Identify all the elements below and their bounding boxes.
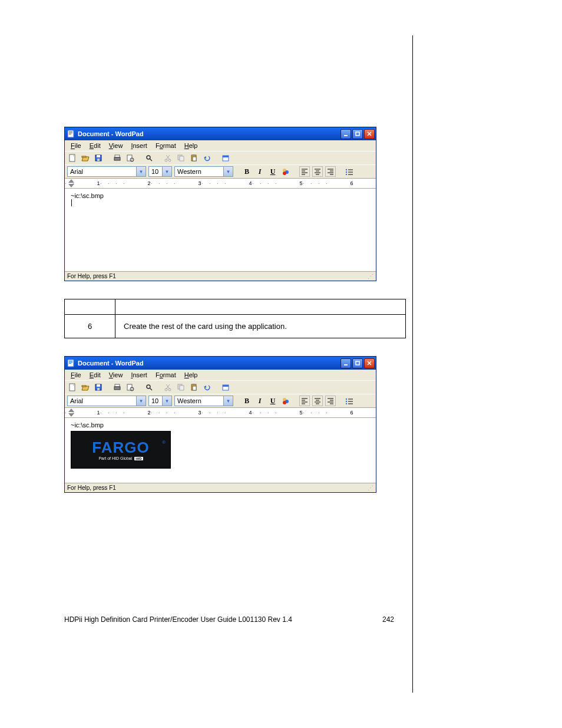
charset-combo[interactable]: Western ▼: [174, 166, 233, 177]
font-size-combo[interactable]: 10 ▼: [148, 166, 172, 177]
color-button[interactable]: [280, 396, 291, 406]
new-icon[interactable]: [67, 382, 78, 393]
menu-view[interactable]: View: [105, 141, 127, 150]
menu-edit[interactable]: Edit: [86, 371, 104, 379]
font-size-combo[interactable]: 10 ▼: [148, 396, 172, 406]
menu-insert[interactable]: Insert: [127, 141, 151, 150]
underline-button[interactable]: U: [267, 396, 278, 406]
maximize-button[interactable]: [352, 129, 363, 139]
save-icon[interactable]: [93, 382, 104, 393]
maximize-button[interactable]: [352, 358, 363, 368]
italic-button[interactable]: I: [254, 396, 265, 406]
minimize-button[interactable]: [340, 129, 351, 139]
registered-mark: ®: [162, 440, 166, 445]
print-preview-icon[interactable]: [125, 382, 135, 393]
svg-rect-67: [97, 384, 100, 387]
svg-rect-59: [356, 361, 359, 365]
new-icon[interactable]: [67, 153, 78, 163]
svg-rect-3: [69, 134, 71, 134]
cut-icon[interactable]: [163, 153, 173, 163]
bold-button[interactable]: B: [242, 166, 252, 177]
table-header-cell: [65, 299, 115, 315]
ruler-ticks: 1 2 3 4 5 6: [74, 180, 376, 186]
datetime-icon[interactable]: [220, 153, 231, 163]
font-name-combo[interactable]: Arial ▼: [67, 396, 146, 406]
menu-insert[interactable]: Insert: [127, 371, 151, 379]
fargo-logo-text: FARGO: [92, 440, 149, 455]
page-number: 242: [382, 615, 394, 624]
svg-rect-11: [82, 156, 86, 157]
text-cursor: [71, 199, 72, 206]
svg-rect-68: [97, 388, 100, 390]
step-number: 6: [65, 315, 115, 338]
menu-format[interactable]: Format: [152, 371, 180, 379]
svg-point-104: [346, 401, 347, 402]
wordpad-window-1: Document - WordPad File Edit View Insert…: [64, 127, 376, 281]
italic-button[interactable]: I: [254, 166, 265, 177]
undo-icon[interactable]: [201, 382, 212, 393]
menu-file[interactable]: File: [67, 141, 85, 150]
color-button[interactable]: [280, 166, 291, 177]
align-right-button[interactable]: [325, 396, 336, 406]
copy-icon[interactable]: [176, 153, 186, 163]
minimize-button[interactable]: [340, 358, 351, 368]
find-icon[interactable]: [144, 382, 154, 393]
wordpad-icon: [67, 130, 75, 138]
menu-view[interactable]: View: [105, 371, 127, 379]
print-icon[interactable]: [112, 153, 123, 163]
svg-rect-5: [356, 132, 359, 136]
font-name-combo[interactable]: Arial ▼: [67, 166, 146, 177]
open-icon[interactable]: [80, 382, 91, 393]
document-area[interactable]: ~ic:\sc.bmp ® FARGO Part of HID Global H…: [65, 418, 376, 483]
charset-combo[interactable]: Western ▼: [174, 396, 233, 406]
svg-rect-4: [344, 135, 348, 136]
standard-toolbar: [65, 380, 376, 394]
cut-icon[interactable]: [163, 382, 173, 393]
bullets-button[interactable]: [344, 396, 355, 406]
menu-edit[interactable]: Edit: [86, 141, 104, 150]
document-area[interactable]: ~ic:\sc.bmp: [65, 189, 376, 271]
align-center-button[interactable]: [312, 166, 323, 177]
paste-icon[interactable]: [189, 382, 199, 393]
svg-point-48: [346, 169, 347, 170]
close-button[interactable]: [364, 358, 375, 368]
print-icon[interactable]: [112, 382, 123, 393]
titlebar[interactable]: Document - WordPad: [65, 127, 376, 140]
svg-point-35: [283, 172, 286, 175]
find-icon[interactable]: [144, 153, 154, 163]
menu-file[interactable]: File: [67, 371, 85, 379]
resize-grip-icon[interactable]: ⋰: [368, 485, 373, 491]
underline-button[interactable]: U: [267, 166, 278, 177]
undo-icon[interactable]: [201, 153, 212, 163]
align-left-button[interactable]: [299, 396, 310, 406]
bold-button[interactable]: B: [242, 396, 252, 406]
svg-rect-1: [69, 131, 72, 132]
open-icon[interactable]: [80, 153, 91, 163]
embedded-image[interactable]: ® FARGO Part of HID Global HID: [71, 431, 171, 469]
bullets-button[interactable]: [344, 166, 355, 177]
ruler[interactable]: 1 2 3 4 5 6: [65, 178, 376, 189]
close-button[interactable]: [364, 129, 375, 139]
menu-format[interactable]: Format: [152, 141, 180, 150]
menu-help[interactable]: Help: [181, 371, 201, 379]
align-left-button[interactable]: [299, 166, 310, 177]
save-icon[interactable]: [93, 153, 104, 163]
align-center-button[interactable]: [312, 396, 323, 406]
datetime-icon[interactable]: [220, 382, 231, 393]
paste-icon[interactable]: [189, 153, 199, 163]
svg-rect-65: [82, 386, 86, 387]
print-preview-icon[interactable]: [125, 153, 135, 163]
ruler[interactable]: 1 2 3 4 5 6: [65, 407, 376, 418]
resize-grip-icon[interactable]: ⋰: [368, 273, 373, 279]
copy-icon[interactable]: [176, 382, 186, 393]
font-size-value: 10: [149, 168, 161, 175]
svg-rect-82: [193, 384, 195, 385]
svg-rect-26: [180, 156, 184, 161]
menu-help[interactable]: Help: [181, 141, 201, 150]
dropdown-arrow-icon: ▼: [136, 167, 146, 176]
svg-point-50: [346, 172, 347, 173]
svg-rect-13: [97, 155, 100, 157]
svg-rect-69: [115, 384, 120, 387]
titlebar[interactable]: Document - WordPad: [65, 357, 376, 370]
align-right-button[interactable]: [325, 166, 336, 177]
